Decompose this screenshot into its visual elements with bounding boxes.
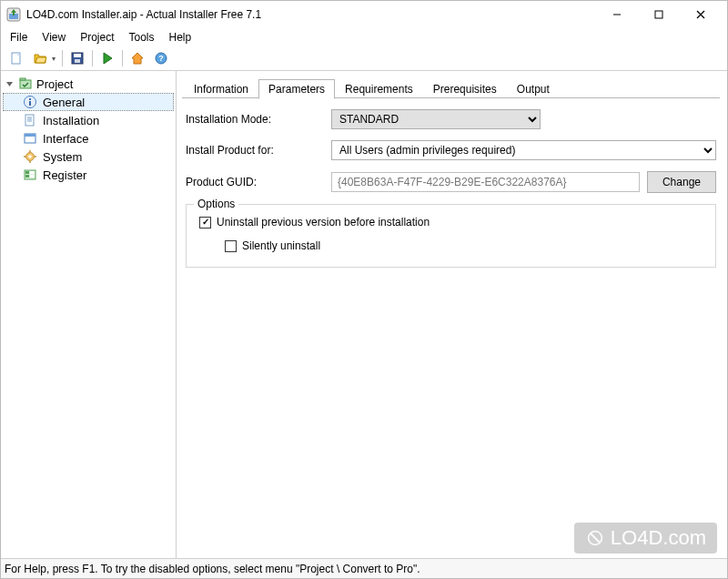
svg-rect-35	[30, 171, 35, 174]
open-dropdown-icon[interactable]: ▾	[52, 55, 59, 63]
sidebar-item-installation[interactable]: Installation	[3, 111, 174, 129]
svg-point-27	[28, 155, 32, 158]
toolbar-separator	[62, 50, 63, 66]
window-icon	[23, 131, 37, 146]
menu-bar: File View Project Tools Help	[1, 28, 727, 46]
sidebar-root-label: Project	[36, 77, 73, 91]
info-icon	[23, 95, 37, 109]
content-pane: Information Parameters Requirements Prer…	[177, 71, 727, 558]
product-guid-label: Product GUID:	[186, 176, 331, 188]
sidebar-item-interface[interactable]: Interface	[3, 129, 174, 147]
svg-rect-34	[25, 175, 29, 178]
run-button[interactable]	[96, 48, 118, 68]
install-for-select[interactable]: All Users (admin privileges required)	[331, 140, 716, 160]
registry-icon	[23, 168, 37, 182]
sidebar-tree: Project General Installation Interface	[1, 71, 177, 558]
menu-file[interactable]: File	[3, 29, 35, 46]
menu-help[interactable]: Help	[162, 29, 199, 46]
window-title: LO4D.com Installer.aip - Actual Installe…	[26, 8, 596, 21]
svg-marker-11	[104, 53, 112, 64]
tab-row: Information Parameters Requirements Prer…	[184, 76, 720, 98]
product-guid-input[interactable]	[331, 172, 640, 192]
install-mode-label: Installation Mode:	[186, 113, 331, 126]
uninstall-prev-checkbox[interactable]	[199, 217, 211, 229]
maximize-button[interactable]	[638, 1, 680, 28]
svg-rect-18	[29, 101, 31, 106]
svg-rect-9	[74, 54, 81, 57]
menu-tools[interactable]: Tools	[122, 29, 162, 46]
sidebar-item-general[interactable]: General	[3, 93, 174, 111]
sidebar-item-label: General	[43, 96, 85, 109]
sidebar-item-label: Register	[43, 168, 86, 182]
close-button[interactable]	[680, 1, 722, 28]
svg-rect-19	[29, 98, 31, 100]
install-for-label: Install Product for:	[186, 144, 331, 157]
menu-view[interactable]: View	[35, 29, 73, 46]
silent-uninstall-checkbox[interactable]	[225, 240, 237, 252]
collapse-icon[interactable]	[5, 79, 15, 89]
title-bar: LO4D.com Installer.aip - Actual Installe…	[1, 1, 727, 28]
save-button[interactable]	[66, 48, 88, 68]
change-button[interactable]: Change	[647, 171, 716, 193]
open-button[interactable]	[29, 48, 51, 68]
sidebar-item-register[interactable]: Register	[3, 166, 174, 184]
silent-uninstall-label: Silently uninstall	[242, 239, 320, 252]
svg-rect-20	[25, 115, 34, 126]
options-legend: Options	[194, 198, 238, 210]
svg-rect-15	[20, 80, 31, 88]
sidebar-root-project[interactable]: Project	[3, 75, 174, 93]
svg-rect-33	[25, 171, 29, 174]
tab-output[interactable]: Output	[507, 79, 560, 98]
new-button[interactable]	[5, 48, 27, 68]
svg-rect-25	[25, 134, 35, 137]
help-button[interactable]: ?	[150, 48, 172, 68]
status-bar: For Help, press F1. To try the disabled …	[1, 558, 727, 578]
uninstall-prev-label: Uninstall previous version before instal…	[217, 216, 430, 229]
svg-rect-16	[20, 78, 25, 80]
sidebar-item-label: Installation	[43, 114, 99, 127]
tab-requirements[interactable]: Requirements	[335, 79, 423, 98]
svg-text:?: ?	[158, 54, 164, 63]
svg-marker-12	[132, 53, 143, 64]
project-icon	[18, 76, 33, 91]
gear-icon	[23, 149, 37, 164]
minimize-button[interactable]	[596, 1, 638, 28]
svg-rect-10	[75, 59, 80, 63]
sidebar-item-system[interactable]: System	[3, 147, 174, 166]
menu-project[interactable]: Project	[73, 29, 121, 46]
status-text: For Help, press F1. To try the disabled …	[5, 563, 420, 575]
svg-rect-3	[655, 11, 662, 18]
tab-prerequisites[interactable]: Prerequisites	[423, 79, 507, 98]
home-button[interactable]	[126, 48, 148, 68]
watermark: LO4D.com	[574, 523, 717, 554]
file-icon	[23, 113, 37, 127]
toolbar: ▾ ?	[1, 46, 727, 71]
toolbar-separator	[92, 50, 93, 66]
watermark-text: LO4D.com	[611, 526, 706, 550]
sidebar-item-label: System	[43, 150, 82, 164]
tab-information[interactable]: Information	[184, 79, 258, 98]
app-icon	[6, 7, 21, 22]
options-group: Options Uninstall previous version befor…	[186, 204, 716, 268]
svg-rect-36	[30, 175, 35, 178]
toolbar-separator	[122, 50, 123, 66]
sidebar-item-label: Interface	[43, 132, 89, 146]
tab-parameters[interactable]: Parameters	[258, 79, 335, 99]
install-mode-select[interactable]: STANDARD	[331, 109, 541, 129]
